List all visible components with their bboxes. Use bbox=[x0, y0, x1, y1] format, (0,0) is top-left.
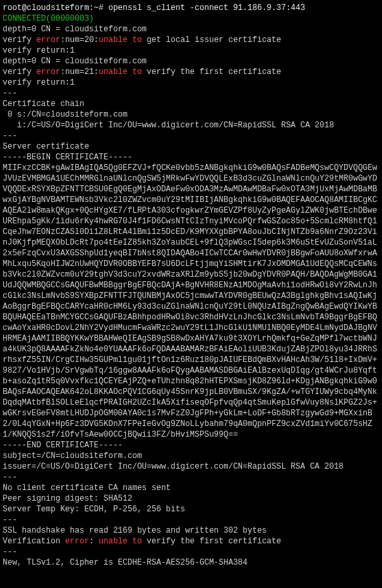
peer-signing-digest: Peer signing digest: SHA512 bbox=[3, 493, 379, 504]
tls-cipher: New, TLSv1.2, Cipher is ECDHE-RSA-AES256… bbox=[3, 557, 379, 568]
begin-certificate: -----BEGIN CERTIFICATE----- bbox=[3, 152, 379, 163]
separator: --- bbox=[3, 131, 379, 141]
cert-issuer: issuer=/C=US/O=DigiCert Inc/OU=www.digic… bbox=[3, 461, 379, 472]
connect-target: 91.186.9.37:443 bbox=[233, 3, 305, 13]
cert-subject: subject=/CN=cloudsiteform.com bbox=[3, 451, 379, 461]
separator: --- bbox=[3, 547, 379, 557]
shell-prompt: root@cloudsiteform:~# bbox=[3, 3, 108, 13]
connected-line: CONNECTED(00000003) bbox=[3, 13, 379, 24]
verify-error-line: verify error:num=20:unable to get local … bbox=[3, 35, 379, 45]
terminal-output: root@cloudsiteform:~# openssl s_client -… bbox=[3, 3, 379, 13]
server-cert-header: Server certificate bbox=[3, 141, 379, 152]
chain-issuer: i:/C=US/O=DigiCert Inc/OU=www.digicert.c… bbox=[3, 120, 379, 131]
verify-error-line: verify error:num=21:unable to verify the… bbox=[3, 67, 379, 77]
cert-chain-header: Certificate chain bbox=[3, 99, 379, 109]
command-text: openssl s_client -connect bbox=[108, 3, 233, 13]
chain-subject: 0 s:/CN=cloudsiteform.com bbox=[3, 109, 379, 120]
end-certificate: -----END CERTIFICATE----- bbox=[3, 440, 379, 451]
no-client-cert: No client certificate CA names sent bbox=[3, 483, 379, 493]
separator: --- bbox=[3, 88, 379, 99]
verification-error: Verification error: unable to verify the… bbox=[3, 536, 379, 547]
separator: --- bbox=[3, 515, 379, 525]
ssl-handshake: SSL handshake has read 2169 bytes and wr… bbox=[3, 525, 379, 536]
depth-line: depth=0 CN = cloudsiteform.com bbox=[3, 24, 379, 35]
verify-return-line: verify return:1 bbox=[3, 45, 379, 56]
certificate-body: MIIFxzCCBK+gAwIBAgIQA5Qg0EFZVJ+fQCKe0vbb… bbox=[3, 163, 379, 440]
separator: --- bbox=[3, 472, 379, 483]
server-temp-key: Server Temp Key: ECDH, P-256, 256 bits bbox=[3, 504, 379, 515]
verify-return-line: verify return:1 bbox=[3, 77, 379, 88]
depth-line: depth=0 CN = cloudsiteform.com bbox=[3, 56, 379, 67]
